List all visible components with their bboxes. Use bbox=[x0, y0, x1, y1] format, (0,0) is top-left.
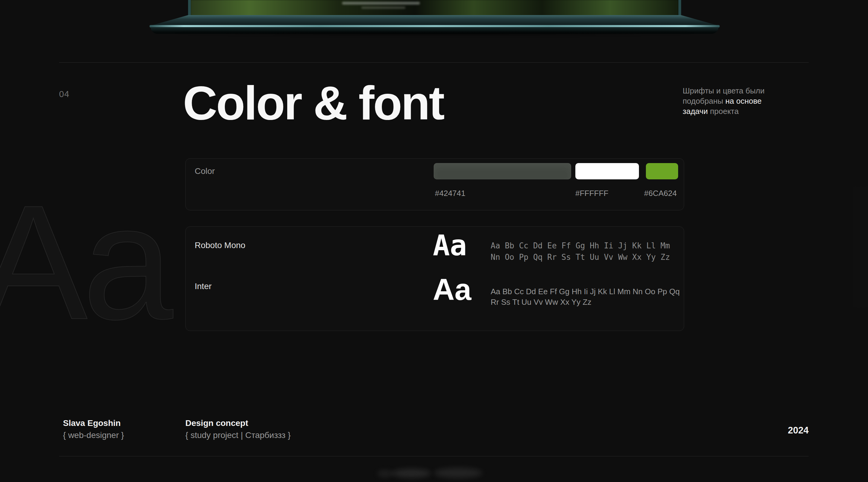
swatch-hex-label: #424741 bbox=[435, 189, 465, 198]
annotation-highlight: задачи bbox=[683, 107, 708, 116]
alphabet-line: Nn Oo Pp Qq Rr Ss Tt Uu Vv Ww Xx Yy Zz bbox=[491, 251, 670, 263]
font-alphabet-roboto-mono: Aa Bb Cc Dd Ee Ff Gg Hh Ii Jj Kk Ll Mm N… bbox=[491, 240, 670, 263]
grain-texture bbox=[853, 187, 868, 307]
color-card: Color #424741 #FFFFFF #6CA624 bbox=[185, 158, 684, 210]
annotation-highlight: на основе bbox=[725, 96, 762, 106]
color-swatch bbox=[434, 163, 571, 179]
next-section-blur bbox=[392, 469, 431, 478]
laptop-deck-top bbox=[150, 15, 720, 25]
annotation-line: Шрифты и цвета были bbox=[683, 86, 785, 96]
font-card: Roboto Mono Aa Aa Bb Cc Dd Ee Ff Gg Hh I… bbox=[185, 227, 684, 331]
footer-project-subtitle: { study project | Старбиззз } bbox=[185, 430, 290, 440]
section-number: 04 bbox=[59, 89, 69, 99]
annotation-muted: Шрифты и цвета были bbox=[683, 86, 765, 95]
color-card-label: Color bbox=[195, 167, 215, 176]
font-specimen-roboto-mono: Aa bbox=[433, 232, 467, 260]
background-watermark-aa: Aa bbox=[0, 181, 168, 344]
laptop-screen-text-blur bbox=[342, 2, 420, 4]
alphabet-line: Rr Ss Tt Uu Vv Ww Xx Yy Zz bbox=[491, 297, 680, 307]
next-section-blur bbox=[377, 470, 393, 477]
top-divider bbox=[59, 62, 809, 63]
laptop-screen-image bbox=[191, 0, 678, 16]
footer-project-title: Design concept bbox=[185, 418, 248, 428]
next-section-blur bbox=[434, 468, 482, 478]
page-title: Color & font bbox=[183, 79, 444, 127]
footer-author-name: Slava Egoshin bbox=[63, 418, 121, 428]
alphabet-line: Aa Bb Cc Dd Ee Ff Gg Hh Ii Jj Kk Ll Mm N… bbox=[491, 287, 680, 297]
laptop-screen bbox=[188, 0, 681, 16]
annotation-muted: подобраны bbox=[683, 96, 725, 106]
annotation-muted: проекта bbox=[708, 107, 739, 116]
font-alphabet-inter: Aa Bb Cc Dd Ee Ff Gg Hh Ii Jj Kk Ll Mm N… bbox=[491, 287, 680, 307]
annotation-text: Шрифты и цвета были подобраны на основе … bbox=[683, 86, 785, 116]
footer-year: 2024 bbox=[788, 425, 809, 436]
bottom-divider bbox=[59, 456, 809, 456]
alphabet-line: Aa Bb Cc Dd Ee Ff Gg Hh Ii Jj Kk Ll Mm bbox=[491, 240, 670, 251]
laptop-screen-text-blur bbox=[361, 7, 405, 9]
font-specimen-inter: Aa bbox=[433, 274, 471, 304]
annotation-line: подобраны на основе bbox=[683, 96, 785, 106]
font-name-inter: Inter bbox=[195, 281, 212, 291]
laptop-shadow bbox=[170, 33, 699, 36]
swatch-hex-label: #6CA624 bbox=[644, 189, 677, 198]
color-swatch bbox=[646, 163, 678, 179]
color-swatch bbox=[575, 163, 639, 179]
font-name-roboto-mono: Roboto Mono bbox=[195, 241, 245, 250]
laptop-mockup bbox=[150, 0, 720, 36]
page: 04 Color & font Шрифты и цвета были подо… bbox=[0, 0, 868, 482]
footer-author-role: { web-designer } bbox=[63, 430, 124, 440]
swatch-hex-label: #FFFFFF bbox=[575, 189, 609, 198]
annotation-line: задачи проекта bbox=[683, 106, 785, 116]
